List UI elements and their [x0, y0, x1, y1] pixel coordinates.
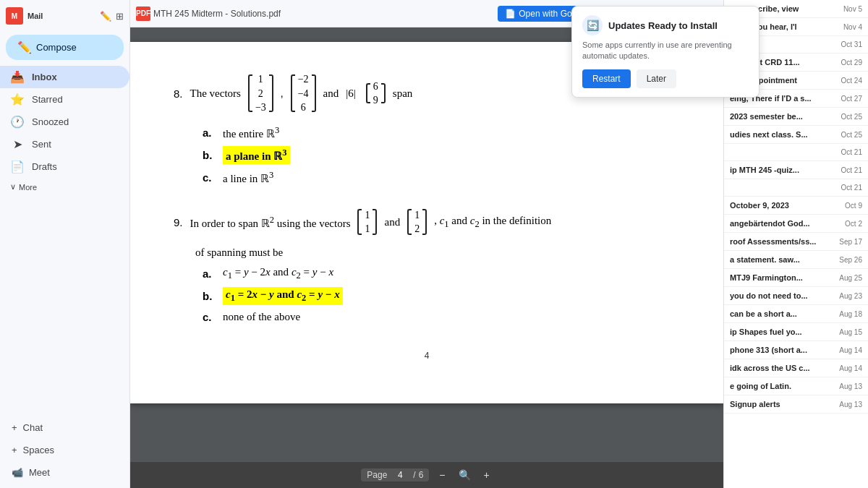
matrix-3-val1: |6| — [346, 87, 356, 100]
email-date-8: Oct 21 — [841, 148, 862, 156]
bracket-right-3 — [381, 83, 386, 103]
bracket-right-v2 — [422, 209, 427, 235]
sidebar: M Mail ✏️ ⊞ ✏️ Compose 📥 Inbox ⭐ Starred… — [0, 0, 130, 488]
email-date-0: Nov 5 — [843, 5, 862, 13]
email-sender-7: udies next class. S... — [730, 130, 808, 139]
email-item-8[interactable]: Oct 21 — [724, 144, 868, 161]
email-item-21[interactable]: e going of Latin. Aug 13 — [724, 377, 868, 395]
page-center-number: 4 — [174, 345, 680, 367]
email-item-15[interactable]: MTJ9 Farmington... Aug 25 — [724, 269, 868, 287]
problem-8-options: a. the entire ℝ3 b. a plane in ℝ3 c. a l… — [203, 125, 680, 185]
email-date-5: Oct 27 — [841, 95, 862, 103]
option-9b-label: b. — [203, 290, 217, 302]
bracket-right-2 — [312, 74, 316, 112]
sidebar-item-snoozed[interactable]: 🕐 Snoozed — [0, 111, 129, 133]
email-row-9: ip MTH 245 -quiz... Oct 21 — [730, 166, 862, 174]
plus-icon-spaces: + — [12, 445, 17, 455]
drafts-icon: 📄 — [10, 160, 25, 174]
later-button[interactable]: Later — [637, 69, 676, 88]
update-popup: 🔄 Updates Ready to Install Some apps cur… — [571, 6, 760, 98]
pdf-filename: MTH 245 Midterm - Solutions.pdf — [153, 9, 281, 19]
email-item-13[interactable]: roof Assessments/ss... Sep 17 — [724, 233, 868, 251]
page-total: 6 — [419, 470, 424, 480]
gmail-logo: M — [6, 7, 23, 25]
email-date-15: Aug 25 — [839, 274, 862, 282]
page-label: Page — [367, 470, 387, 480]
problem-9-text-post: , c1 and c2 in the definition — [434, 215, 551, 230]
email-sender-22: Signup alerts — [730, 400, 780, 408]
problem-8-number: 8. — [174, 87, 183, 100]
spanning-text: of spanning must be — [195, 247, 680, 259]
option-9a-text: c1 = y − 2x and c2 = y − x — [223, 266, 333, 281]
email-item-18[interactable]: ip Shapes fuel yo... Aug 15 — [724, 323, 868, 341]
and-1: and — [323, 87, 339, 100]
restart-button[interactable]: Restart — [582, 69, 631, 88]
compose-label: Compose — [36, 42, 77, 53]
compose-button[interactable]: ✏️ Compose — [6, 35, 124, 60]
email-date-11: Oct 9 — [845, 202, 862, 210]
option-9b: b. c1 = 2x − y and c2 = y − x — [203, 287, 680, 305]
sidebar-item-sent[interactable]: ➤ Sent — [0, 133, 129, 155]
option-8c: c. a line in ℝ3 — [203, 170, 680, 185]
and-2: and — [384, 216, 400, 228]
zoom-icon-button[interactable]: 🔍 — [456, 468, 474, 482]
span-label: span — [393, 87, 413, 100]
zoom-in-button[interactable]: + — [481, 468, 493, 482]
email-row-15: MTJ9 Farmington... Aug 25 — [730, 273, 862, 282]
email-item-17[interactable]: can be a short a... Aug 18 — [724, 305, 868, 323]
email-item-11[interactable]: October 9, 2023 Oct 9 — [724, 197, 868, 215]
email-sender-19: phone 313 (short a... — [730, 346, 807, 354]
pdf-title: MTH 245 Midterm - Solutions.pdf — [153, 9, 281, 19]
option-8a-label: a. — [203, 127, 217, 139]
more-label: More — [19, 183, 37, 192]
email-date-22: Aug 13 — [839, 401, 862, 408]
option-9b-text: c1 = 2x − y and c2 = y − x — [223, 287, 343, 305]
option-8c-text: a line in ℝ3 — [223, 170, 273, 185]
snoozed-label: Snoozed — [32, 116, 124, 127]
more-section[interactable]: ∨ More — [0, 178, 129, 193]
email-item-12[interactable]: angebärtendot God... Oct 2 — [724, 215, 868, 233]
email-row-13: roof Assessments/ss... Sep 17 — [730, 237, 862, 246]
email-date-3: Oct 29 — [841, 59, 862, 67]
email-item-14[interactable]: a statement. saw... Sep 26 — [724, 251, 868, 269]
email-item-10[interactable]: Oct 21 — [724, 179, 868, 197]
starred-icon: ⭐ — [10, 93, 25, 106]
email-item-19[interactable]: phone 313 (short a... Aug 14 — [724, 341, 868, 359]
chat-item[interactable]: + Chat — [6, 418, 124, 437]
page-controls: Page / 6 — [361, 468, 429, 481]
update-buttons: Restart Later — [582, 69, 749, 88]
email-date-19: Aug 14 — [839, 346, 862, 354]
email-item-22[interactable]: Signup alerts Aug 13 — [724, 395, 868, 414]
sidebar-item-inbox[interactable]: 📥 Inbox — [0, 66, 129, 88]
sidebar-item-starred[interactable]: ⭐ Starred — [0, 88, 129, 111]
sidebar-footer: + Chat + Spaces 📹 Meet — [0, 412, 129, 488]
sidebar-app-title: Mail — [27, 12, 43, 20]
inbox-icon: 📥 — [10, 70, 25, 84]
email-item-7[interactable]: udies next class. S... Oct 25 — [724, 126, 868, 144]
email-item-6[interactable]: 2023 semester be... Oct 25 — [724, 108, 868, 126]
bracket-right-v1 — [373, 209, 377, 235]
grid-icon[interactable]: ⊞ — [116, 11, 124, 22]
zoom-out-button[interactable]: − — [436, 468, 448, 482]
email-item-16[interactable]: you do not need to... Aug 23 — [724, 287, 868, 305]
email-date-18: Aug 15 — [839, 328, 862, 336]
update-title: Updates Ready to Install — [608, 20, 718, 31]
sidebar-header: M Mail ✏️ ⊞ — [0, 0, 129, 32]
spaces-item[interactable]: + Spaces — [6, 440, 124, 460]
option-9c-text: none of the above — [223, 311, 300, 323]
sidebar-item-drafts[interactable]: 📄 Drafts — [0, 155, 129, 178]
edit-icon[interactable]: ✏️ — [100, 11, 111, 22]
matrix-3: 6 9 — [366, 78, 386, 109]
problem-9: 9. In order to span ℝ2 using the vectors… — [174, 207, 680, 323]
option-9c: c. none of the above — [203, 311, 680, 323]
email-sender-17: can be a short a... — [730, 309, 797, 318]
problem-9-text-pre: In order to span ℝ2 using the vectors — [190, 215, 351, 230]
email-item-20[interactable]: idk across the US c... Aug 14 — [724, 359, 868, 377]
page-number-input[interactable] — [390, 470, 410, 480]
meet-item[interactable]: 📹 Meet — [6, 463, 124, 482]
email-row-17: can be a short a... Aug 18 — [730, 309, 862, 318]
option-9a: a. c1 = y − 2x and c2 = y − x — [203, 266, 680, 281]
email-date-13: Sep 17 — [839, 238, 862, 246]
email-item-9[interactable]: ip MTH 245 -quiz... Oct 21 — [724, 161, 868, 179]
pdf-toolbar: Page / 6 − 🔍 + — [130, 462, 723, 488]
